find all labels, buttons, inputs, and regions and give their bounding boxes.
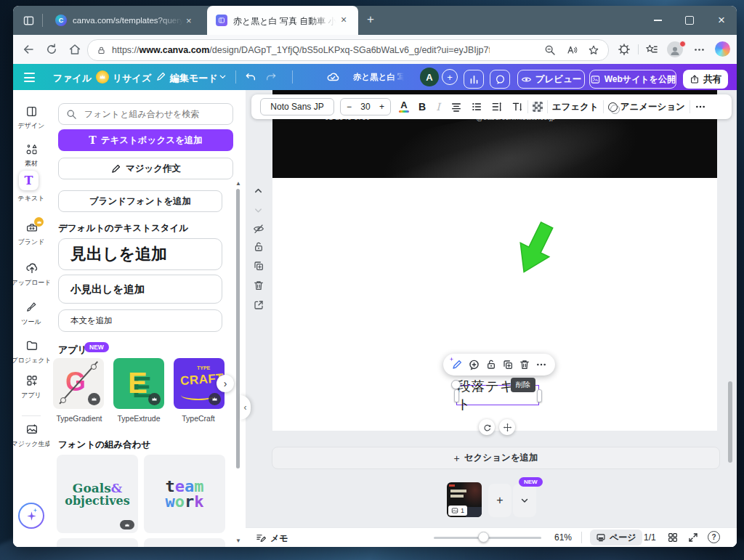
app-typegradient-tile[interactable]: G (53, 358, 104, 409)
tab-activities-icon[interactable] (23, 15, 35, 27)
move-handle[interactable] (499, 419, 515, 435)
back-icon[interactable] (22, 43, 35, 56)
browser-essentials-icon[interactable] (618, 43, 631, 56)
sidebar-item-apps[interactable]: アプリ (13, 374, 49, 406)
export-page-icon[interactable] (253, 299, 264, 311)
resize-button[interactable]: リサイズ (113, 72, 151, 85)
tab-close-icon[interactable]: × (186, 15, 192, 26)
file-menu-button[interactable]: ファイル (53, 72, 92, 85)
font-size-minus[interactable]: − (347, 102, 352, 112)
font-size-value[interactable]: 30 (360, 102, 370, 112)
notes-icon[interactable] (256, 532, 267, 543)
panel-scroll-down-icon[interactable]: ▼ (235, 537, 241, 544)
ai-assistant-button[interactable] (18, 503, 44, 529)
browser-menu-dots-icon[interactable] (693, 44, 705, 56)
window-close-button[interactable]: × (708, 6, 735, 35)
grid-view-icon[interactable] (667, 532, 679, 543)
toolbar-more-icon[interactable] (695, 101, 706, 113)
canvas-scrollbar[interactable] (728, 381, 732, 463)
menu-hamburger-icon[interactable] (24, 73, 35, 82)
rotate-handle[interactable] (479, 419, 495, 435)
new-tab-button[interactable]: + (367, 12, 374, 27)
sidebar-item-projects[interactable]: プロジェクト (13, 339, 49, 371)
font-size-stepper[interactable]: − 30 + (340, 98, 391, 115)
italic-button[interactable]: I (436, 101, 440, 113)
home-icon[interactable] (68, 43, 81, 56)
tab-close-icon[interactable]: × (341, 14, 347, 25)
browser-tab-active[interactable]: 赤と黒と白 写真 自動車 小売 ウェブ × (207, 6, 358, 35)
duplicate-icon[interactable] (253, 260, 264, 272)
collaborator-avatar[interactable]: A (420, 68, 439, 86)
style-body-card[interactable]: 本文を追加 (58, 309, 222, 332)
duplicate-icon[interactable] (502, 359, 514, 370)
refresh-icon[interactable] (45, 43, 58, 56)
vertical-text-icon[interactable] (512, 101, 523, 113)
resize-handle-corner[interactable] (451, 380, 461, 389)
chevron-down-icon[interactable] (218, 72, 227, 81)
panel-scrollbar[interactable] (236, 189, 240, 468)
doc-title[interactable]: 赤と黒と白 写真 自... (353, 72, 404, 83)
effects-button[interactable]: エフェクト (552, 101, 599, 113)
apps-scroll-right-button[interactable]: › (217, 375, 234, 392)
align-icon[interactable] (450, 101, 462, 113)
style-heading-card[interactable]: 見出しを追加 (58, 238, 222, 270)
add-collaborator-button[interactable]: + (442, 69, 458, 85)
expand-pages-button[interactable] (513, 484, 536, 517)
help-button[interactable]: ? (708, 531, 720, 543)
magic-write-button[interactable]: マジック作文 (58, 158, 233, 179)
text-color-button[interactable]: A (399, 101, 409, 113)
fullscreen-icon[interactable] (687, 532, 699, 543)
bullet-list-icon[interactable] (471, 101, 482, 113)
publish-website-button[interactable]: Webサイトを公開 (589, 70, 676, 89)
zoom-slider-thumb[interactable] (478, 532, 489, 543)
window-minimize-button[interactable] (644, 6, 671, 35)
zoom-percent[interactable]: 61% (554, 532, 572, 543)
resize-handle-left[interactable] (454, 389, 459, 402)
layer-up-icon[interactable] (253, 185, 264, 196)
sidebar-item-magic-media[interactable]: マジック生成 (13, 423, 49, 455)
sidebar-item-uploads[interactable]: アップロード (13, 261, 49, 293)
sidebar-item-text[interactable]: T テキスト (13, 171, 49, 207)
zoom-out-icon[interactable] (544, 44, 556, 56)
add-page-button[interactable]: + (488, 484, 512, 517)
bookmark-star-icon[interactable] (588, 44, 599, 56)
resize-handle-right[interactable] (537, 389, 542, 402)
layer-down-icon[interactable] (253, 205, 264, 216)
transparency-icon[interactable] (533, 102, 543, 112)
lock-icon[interactable] (485, 359, 497, 370)
magic-edit-icon[interactable] (451, 359, 463, 370)
pages-view-button[interactable]: ページ (590, 529, 642, 545)
sidebar-item-tools[interactable]: ツール (13, 301, 49, 333)
comments-button[interactable] (490, 70, 510, 89)
font-combo-goals-tile[interactable]: Goals& objectives (57, 455, 138, 533)
notes-button[interactable]: メモ (270, 532, 288, 545)
font-size-plus[interactable]: + (379, 102, 384, 112)
copilot-icon[interactable] (715, 41, 730, 57)
line-spacing-icon[interactable] (491, 101, 503, 113)
undo-icon[interactable] (245, 71, 256, 83)
style-subheading-card[interactable]: 小見出しを追加 (58, 275, 222, 304)
preview-button[interactable]: プレビュー (517, 70, 585, 89)
search-input[interactable] (83, 108, 224, 120)
favorites-bar-icon[interactable] (645, 43, 658, 56)
page-thumbnail[interactable]: 1 (447, 482, 482, 517)
hide-eye-icon[interactable] (253, 223, 264, 235)
redo-icon[interactable] (265, 71, 277, 83)
more-options-icon[interactable] (535, 359, 547, 370)
font-combo-partial-tile[interactable] (144, 538, 225, 547)
edit-mode-button[interactable]: 編集モード (170, 72, 218, 85)
comment-add-icon[interactable] (468, 359, 480, 371)
add-section-button[interactable]: + セクションを追加 (272, 447, 720, 469)
panel-scroll-up-icon[interactable]: ▲ (235, 180, 241, 187)
url-field[interactable]: https://www.canva.com/design/DAGpT_1YfjQ… (87, 39, 609, 61)
delete-icon[interactable] (519, 359, 530, 370)
insights-button[interactable] (464, 70, 484, 89)
window-maximize-button[interactable] (676, 6, 703, 35)
app-typeextrude-tile[interactable]: E E (113, 358, 164, 409)
font-search-box[interactable] (58, 103, 233, 125)
browser-tab-inactive[interactable]: C canva.com/s/templates?query=自 × (46, 6, 206, 35)
add-textbox-button[interactable]: T テキストボックスを追加 (58, 129, 233, 151)
bold-button[interactable]: B (418, 101, 426, 113)
read-aloud-icon[interactable] (566, 44, 578, 56)
font-combo-teamwork-tile[interactable]: team work (144, 455, 225, 533)
